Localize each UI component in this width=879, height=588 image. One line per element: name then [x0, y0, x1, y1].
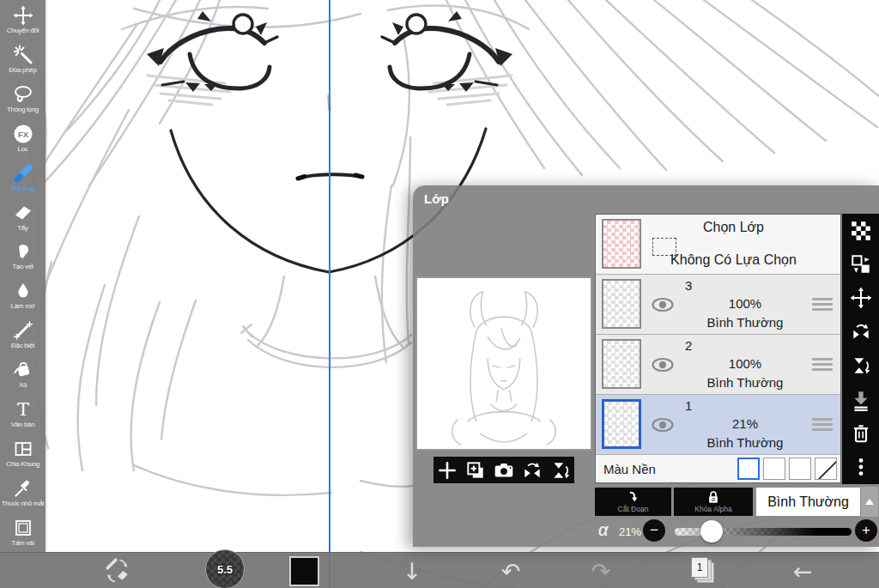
tool-lasso[interactable]: Thòng lọng: [0, 79, 45, 118]
undo-button[interactable]: ↶: [483, 553, 538, 588]
page-count: 1: [691, 557, 708, 578]
layer-opacity: 21%: [682, 416, 809, 431]
tool-bucket[interactable]: Xô: [0, 355, 45, 394]
layer-convert-button[interactable]: [850, 253, 872, 276]
alpha-increase-button[interactable]: +: [855, 519, 877, 542]
tool-label: Thuốc nhỏ mắt: [2, 500, 44, 507]
blend-mode-dropdown[interactable]: Bình Thường: [755, 487, 861, 517]
tool-text[interactable]: T Văn bản: [0, 394, 45, 433]
layer-list: Chọn Lớp Không Có Lựa Chọn 3 100% Bình T…: [595, 214, 841, 483]
tool-canvas[interactable]: Tấm vải: [0, 512, 45, 552]
layer-thumbnail[interactable]: [602, 279, 641, 329]
layer-name: 3: [685, 278, 692, 293]
ibispaint-app: Chuyển đổi Đũa phép Thòng lọng FX Lọc Bú…: [0, 0, 879, 588]
brush-size-value: 5.5: [217, 563, 233, 576]
layer-thumbnail[interactable]: [602, 339, 641, 389]
background-color-label: Màu Nền: [603, 462, 737, 476]
background-swatch-transparent[interactable]: [763, 458, 785, 480]
alpha-lock-label: Khóa Alpha: [694, 505, 731, 513]
tool-eraser[interactable]: Tẩy: [0, 197, 45, 237]
transform-move-icon: [13, 5, 33, 26]
text-tool-icon: T: [13, 399, 33, 420]
camera-import-button[interactable]: [493, 459, 515, 482]
layer-menu-handle[interactable]: [812, 298, 833, 312]
blend-dropdown-up-button[interactable]: [861, 487, 878, 517]
tool-blur[interactable]: Làm mờ: [0, 276, 45, 315]
alpha-slider-knob[interactable]: [700, 520, 723, 543]
tool-frame-divider[interactable]: Chia Khung: [0, 433, 45, 473]
tool-label: Xô: [19, 382, 27, 389]
layer-name: 1: [685, 398, 692, 413]
tool-label: Văn bản: [11, 421, 35, 428]
layer-menu-handle[interactable]: [812, 418, 833, 432]
clipping-button[interactable]: Cắt Đoạn: [595, 488, 671, 516]
tool-magic-wand[interactable]: Đũa phép: [0, 39, 45, 79]
alpha-lock-button[interactable]: α Khóa Alpha: [674, 488, 753, 516]
tool-brush[interactable]: Bút lông: [0, 158, 45, 197]
more-options-button[interactable]: [850, 456, 872, 478]
tool-label: Tẩy: [17, 225, 27, 232]
tool-filter[interactable]: FX Lọc: [0, 118, 45, 158]
layer-visibility-toggle[interactable]: [651, 296, 675, 313]
tool-eyedropper[interactable]: Thuốc nhỏ mắt: [0, 473, 45, 512]
canvas-preview-thumbnail[interactable]: [415, 276, 592, 451]
layer-row-1-selected[interactable]: 1 21% Bình Thường: [596, 395, 840, 455]
duplicate-layer-button[interactable]: [464, 459, 487, 482]
collapse-toolbar-button[interactable]: ↓: [385, 553, 440, 588]
eraser-icon: [13, 203, 33, 223]
layer-blend-mode: Bình Thường: [682, 375, 809, 390]
move-layer-button[interactable]: [850, 287, 872, 309]
tool-label: Thòng lọng: [7, 106, 39, 113]
flip-vertical-button[interactable]: [850, 355, 872, 377]
smudge-finger-icon: [13, 241, 33, 262]
magic-wand-icon: [13, 45, 33, 65]
flip-vertical-button[interactable]: [549, 459, 572, 482]
delete-layer-button[interactable]: [850, 422, 872, 445]
layer-opacity: 100%: [682, 356, 809, 371]
transparency-background-button[interactable]: [850, 220, 872, 242]
brush-size-indicator[interactable]: 5.5: [205, 549, 245, 588]
canvas-tool-icon: [13, 518, 33, 538]
background-swatch-dark[interactable]: [789, 458, 811, 480]
layer-actions-bar: [433, 457, 574, 483]
ink-right-eye: [382, 11, 512, 92]
alpha-decrease-button[interactable]: −: [643, 519, 665, 542]
merge-down-button[interactable]: [850, 389, 872, 411]
tool-label: Lọc: [18, 146, 28, 153]
layer-row-2[interactable]: 2 100% Bình Thường: [596, 335, 840, 395]
tool-label: Đặc biệt: [11, 342, 34, 349]
blur-drop-icon: [13, 281, 33, 301]
bottom-toolbar: 5.5 ↓ ↶ ↷ 1 ←: [0, 552, 879, 588]
add-layer-button[interactable]: [436, 459, 458, 482]
redo-button[interactable]: ↷: [573, 553, 628, 588]
lasso-icon: [13, 84, 33, 105]
tool-smudge[interactable]: Tạo vết: [0, 237, 45, 276]
tool-label: Tấm vải: [11, 540, 33, 547]
bucket-icon: [13, 360, 33, 380]
layer-visibility-toggle[interactable]: [651, 416, 675, 433]
selection-row[interactable]: Chọn Lớp Không Có Lựa Chọn: [596, 215, 840, 275]
current-color-swatch[interactable]: [289, 556, 319, 586]
tool-special[interactable]: Đặc biệt: [0, 315, 45, 355]
layer-row-3[interactable]: 3 100% Bình Thường: [596, 275, 840, 335]
tool-transform[interactable]: Chuyển đổi: [0, 0, 45, 39]
layer-visibility-toggle[interactable]: [651, 356, 675, 373]
background-swatch-white[interactable]: [737, 458, 760, 480]
background-swatch-none[interactable]: [815, 458, 837, 480]
layers-panel: Lớp: [413, 185, 879, 547]
clip-label: Cắt Đoạn: [618, 505, 649, 513]
back-button[interactable]: ←: [775, 553, 830, 588]
svg-text:FX: FX: [17, 129, 28, 138]
pages-button[interactable]: 1: [688, 557, 719, 585]
layer-thumbnail[interactable]: [602, 399, 641, 449]
flip-horizontal-button[interactable]: [521, 459, 543, 482]
tool-label: Bút lông: [11, 185, 34, 192]
brush-eraser-swap-button[interactable]: [103, 557, 132, 585]
flip-horizontal-button[interactable]: [850, 321, 872, 343]
preview-sketch: [417, 278, 591, 449]
layer-menu-handle[interactable]: [812, 358, 833, 372]
layer-tools-rail: [842, 214, 879, 484]
up-triangle-icon: [865, 499, 874, 505]
selection-subtitle: Không Có Lựa Chọn: [633, 252, 834, 268]
selection-title: Chọn Lớp: [633, 220, 834, 235]
